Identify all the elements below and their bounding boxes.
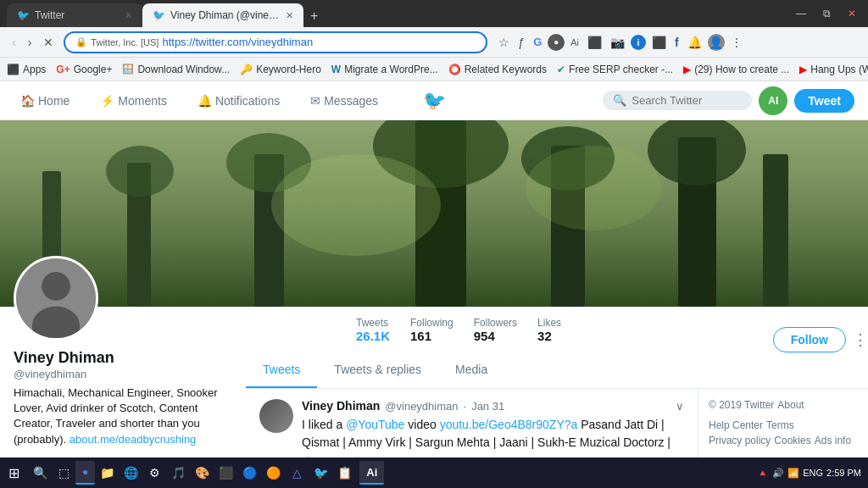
back-button[interactable]: ‹ xyxy=(7,32,21,53)
tweets-value[interactable]: 26.1K xyxy=(356,329,390,343)
new-tab-button[interactable]: + xyxy=(303,5,325,27)
bookmark-related-keywords[interactable]: ⭕ Related Keywords xyxy=(448,64,547,75)
nav-notifications[interactable]: 🔔 Notifications xyxy=(191,91,287,111)
nav-home[interactable]: 🏠 Home xyxy=(14,91,76,111)
extension-screen-icon[interactable]: ⬛ xyxy=(585,33,604,52)
bookmark-apps[interactable]: ⬛ Apps xyxy=(7,64,46,75)
extension-bell-icon[interactable]: 🔔 xyxy=(685,33,704,52)
moments-icon: ⚡ xyxy=(100,94,114,108)
forward-button[interactable]: › xyxy=(23,32,37,53)
url-input[interactable] xyxy=(162,36,476,48)
readmode-icon[interactable]: ƒ xyxy=(515,33,527,52)
more-icon[interactable]: ⋮ xyxy=(728,33,745,52)
following-value[interactable]: 161 xyxy=(410,329,453,343)
bookmark-keyword-hero[interactable]: 🔑 Keyword-Hero xyxy=(240,64,321,75)
extension-ai-icon[interactable]: Ai xyxy=(568,35,581,50)
bookmark-google-plus[interactable]: G+ Google+ xyxy=(56,64,112,75)
taskbar-blue-icon[interactable]: 🔵 xyxy=(237,461,261,485)
extension-g-icon[interactable]: G xyxy=(531,33,544,51)
tab-twitter-label: Twitter xyxy=(35,9,64,21)
youtube-mention[interactable]: @YouTube xyxy=(346,418,404,431)
taskbar-clipboard-icon[interactable]: 📋 xyxy=(332,461,356,485)
profile-circle[interactable]: AI xyxy=(759,86,787,115)
extension-bookmark-icon[interactable]: ⬛ xyxy=(649,33,669,52)
content-area: Viney Dhiman @vineydhiman · Jan 31 ∨ I l… xyxy=(246,389,868,458)
footer-cookies[interactable]: Cookies xyxy=(774,435,810,446)
tweet-author-handle[interactable]: @vineydhiman xyxy=(385,400,458,413)
stat-followers: Followers 954 xyxy=(474,317,517,343)
tweet-more-button[interactable]: ∨ xyxy=(676,400,684,413)
taskbar-edge-icon[interactable]: 🌐 xyxy=(119,461,142,485)
bookmark-youtube2[interactable]: ▶ Hang Ups (Want Yo... xyxy=(799,64,868,75)
profile-avatar[interactable] xyxy=(14,256,98,341)
tab-media[interactable]: Media xyxy=(438,352,504,388)
follow-button[interactable]: Follow xyxy=(773,327,846,352)
taskbar-search-icon[interactable]: 🔍 xyxy=(28,461,52,485)
nav-moments[interactable]: ⚡ Moments xyxy=(93,91,174,111)
extension-circle-icon[interactable]: ● xyxy=(548,34,565,51)
tab-tweets-replies[interactable]: Tweets & replies xyxy=(317,352,438,388)
footer-privacy[interactable]: Privacy policy xyxy=(709,435,771,446)
likes-value[interactable]: 32 xyxy=(537,329,561,343)
taskbar-arrow-icon[interactable]: △ xyxy=(285,461,309,485)
taskbar-app-ai[interactable]: Ai xyxy=(359,461,384,485)
tweet-button[interactable]: Tweet xyxy=(794,89,854,113)
twitter-page: 🏠 Home ⚡ Moments 🔔 Notifications ✉ Messa… xyxy=(0,81,868,458)
taskbar-network-icon[interactable]: 🔺 xyxy=(757,468,769,479)
apps-icon: ⬛ xyxy=(7,64,19,75)
bookmark-serp[interactable]: ✔ Free SERP checker -... xyxy=(557,64,673,75)
taskbar-store-icon[interactable]: ⬛ xyxy=(214,461,237,485)
footer-ads-info[interactable]: Ads info xyxy=(815,435,851,446)
extension-cam-icon[interactable]: 📷 xyxy=(608,33,627,52)
tab-twitter[interactable]: 🐦 Twitter ✕ xyxy=(7,3,142,27)
taskbar-settings-icon[interactable]: ⚙ xyxy=(142,461,166,485)
video-link[interactable]: youtu.be/Geo4B8r90ZY?a xyxy=(440,418,578,431)
bookmark-migrate[interactable]: W Migrate a WordPre... xyxy=(331,64,438,75)
tab-vineydhiman[interactable]: 🐦 Viney Dhiman (@vineydhiman) | ✕ xyxy=(142,3,303,27)
bookmark-youtube1[interactable]: ▶ (29) How to create ... xyxy=(683,64,789,75)
maximize-button[interactable]: ⧉ xyxy=(818,6,836,21)
taskbar-wifi-icon[interactable]: 📶 xyxy=(787,468,799,479)
tab-vineydhiman-close[interactable]: ✕ xyxy=(286,10,293,21)
tweet-item: Viney Dhiman @vineydhiman · Jan 31 ∨ I l… xyxy=(246,389,698,458)
tab-twitter-close[interactable]: ✕ xyxy=(125,10,132,21)
search-box[interactable]: 🔍 xyxy=(603,91,752,110)
bookmark-download[interactable]: 🪟 Download Window... xyxy=(122,64,230,75)
taskbar-app-chrome[interactable]: ● xyxy=(75,461,95,485)
extension-fb-icon[interactable]: f xyxy=(672,33,682,52)
tweet-date-value: Jan 31 xyxy=(471,400,504,413)
footer-helpcenter[interactable]: Help Center xyxy=(709,419,763,431)
home-icon: 🏠 xyxy=(20,94,35,108)
taskbar-task-view-icon[interactable]: ⬚ xyxy=(52,461,75,485)
nav-messages[interactable]: ✉ Messages xyxy=(303,91,385,111)
bio-link[interactable]: about.me/deadbycrushing xyxy=(70,433,197,446)
close-button[interactable]: ✕ xyxy=(843,6,861,21)
minimize-button[interactable]: — xyxy=(791,6,811,21)
tweet-avatar[interactable] xyxy=(259,399,293,433)
translate-tweet[interactable]: 🌐 Translate Tweet xyxy=(302,457,684,458)
reload-button[interactable]: ✕ xyxy=(38,32,58,53)
taskbar-music-icon[interactable]: 🎵 xyxy=(166,461,190,485)
display-name: Viney Dhiman xyxy=(14,349,232,367)
cover-trees-svg xyxy=(0,120,868,307)
followers-value[interactable]: 954 xyxy=(474,329,517,343)
taskbar-file-explorer[interactable]: 📁 xyxy=(95,461,119,485)
taskbar-volume-icon[interactable]: 🔊 xyxy=(772,468,784,479)
extension-profile-icon[interactable]: 👤 xyxy=(708,34,725,51)
start-button[interactable]: ⊞ xyxy=(0,465,28,481)
taskbar-orange-icon[interactable]: 🟠 xyxy=(261,461,285,485)
url-bar[interactable]: 🔒 Twitter, Inc. [US] xyxy=(64,31,487,53)
footer-about[interactable]: About xyxy=(777,399,804,416)
taskbar-twitter-icon[interactable]: 🐦 xyxy=(309,461,332,485)
nav-moments-label: Moments xyxy=(118,94,167,108)
search-input[interactable] xyxy=(632,94,742,107)
tab-tweets[interactable]: Tweets xyxy=(246,352,317,388)
address-bar: ‹ › ✕ 🔒 Twitter, Inc. [US] ☆ ƒ G ● Ai ⬛ … xyxy=(0,27,868,58)
profile-more-button[interactable]: ⋮ xyxy=(853,330,868,349)
footer-terms[interactable]: Terms xyxy=(766,419,794,431)
taskbar-lang[interactable]: ENG xyxy=(803,468,823,478)
extension-info-icon[interactable]: i xyxy=(631,35,646,50)
taskbar-paint-icon[interactable]: 🎨 xyxy=(190,461,214,485)
profile-initials: AI xyxy=(768,95,778,107)
bookmark-star-icon[interactable]: ☆ xyxy=(496,33,512,52)
